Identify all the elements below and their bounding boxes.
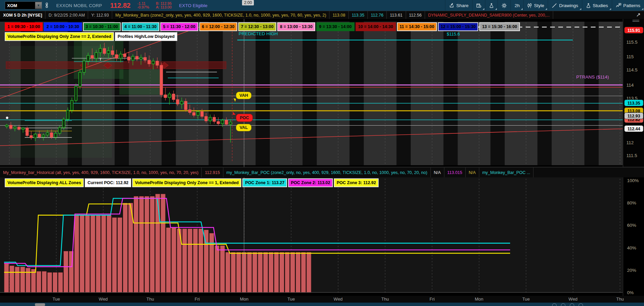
status-segment: My_Monkey_Bars (zone2_only, yes, yes, 40… [112, 11, 329, 19]
svg-text:115: 115 [626, 54, 634, 59]
price-chart-pane[interactable]: T115.5115114.5114113.5112111.5112.82115.… [0, 19, 644, 167]
time-axis[interactable]: TueWedThuFriMonTueWedThuFriMonTueWedThu [0, 296, 644, 303]
bid-ask-block: B: 112.95 A: 113.00 [156, 2, 172, 9]
ask-value: A: 113.00 [156, 5, 172, 9]
status-segment: 113.08 [329, 11, 348, 19]
link-icon[interactable] [45, 2, 49, 8]
time-axis-label: Wed [334, 297, 343, 302]
zone-chip: 1 = 09:30 - 10:00 [5, 22, 43, 31]
chart-menu-icon[interactable]: ———— [632, 19, 639, 22]
poc-chip: VolumeProfile Displaying ALL Zones [5, 178, 84, 187]
time-crosshair-tooltip: 2:00 [242, 0, 254, 5]
status-segment: Y: 112.93 [88, 11, 112, 19]
time-axis-label: Wed [568, 297, 578, 302]
time-axis-label: Tue [53, 297, 60, 302]
settings-button[interactable] [498, 0, 510, 11]
time-axis-label: Tue [522, 297, 530, 302]
svg-text:20%: 20% [627, 268, 636, 273]
zone-legend-row: 1 = 09:30 - 10:002 = 10:00 - 10:303 = 10… [5, 22, 520, 31]
pan-icon[interactable] [570, 303, 574, 306]
reset-view-icon[interactable] [579, 303, 583, 306]
vah-bubble[interactable]: VAH [236, 92, 251, 99]
zone-chip: 3 = 10:30 - 11:00 [83, 22, 121, 31]
symbol-input[interactable] [5, 3, 35, 8]
zoom-in-icon[interactable] [561, 303, 565, 306]
zoom-out-icon[interactable] [552, 303, 557, 306]
time-axis-label: Mon [475, 297, 483, 302]
change-block: -1.11 -0.97% [137, 2, 149, 9]
studies-label: Studies [593, 3, 608, 8]
study-segment: my_Monkey_Bar_POC ... [479, 168, 534, 177]
predicted-high-label: PREDICTED HIGH [239, 31, 278, 36]
exto-eligible-badge: EXTO Eligible [179, 3, 207, 8]
bottom-toolbar-strip [0, 303, 644, 306]
zone-chip: 8 = 13:00 - 13:30 [277, 22, 315, 31]
time-axis-label: Mon [240, 297, 248, 302]
svg-text:80%: 80% [627, 200, 636, 205]
patterns-button[interactable]: Patterns [612, 0, 644, 11]
dropdown-corner [483, 8, 484, 10]
poc-chip: POC Zone 3: 112.92 [334, 178, 379, 187]
time-axis-label: Wed [99, 297, 108, 302]
poc-chip: POC Zone 1: 113.27 [242, 178, 287, 187]
poc-chip: Current POC: 112.92 [85, 178, 131, 187]
quick-study-button[interactable] [485, 0, 498, 11]
patterns-icon [616, 3, 621, 8]
volume-profile-status-row: VolumeProfile Displaying Only Zone == 2,… [5, 32, 177, 41]
symbol-combo[interactable]: ▼ [5, 1, 42, 9]
company-name: EXXON MOBIL CORP [56, 3, 102, 8]
zone-chip: 12 = 15:00 - 15:30 [438, 22, 478, 31]
study-segment: N/A [431, 168, 444, 177]
svg-text:113.35: 113.35 [627, 101, 640, 106]
zone-chip: 2 = 10:00 - 10:30 [44, 22, 82, 31]
svg-text:115.5: 115.5 [626, 40, 638, 45]
candles-icon [527, 3, 532, 8]
timeframe-button[interactable]: 2h [510, 0, 523, 11]
svg-text:112.93: 112.93 [627, 114, 640, 118]
status-segment: D: 9/22/25 2:00 AM [45, 11, 88, 19]
share-label: Share [456, 3, 468, 8]
horizontal-scrollbar-thumb[interactable] [35, 303, 45, 306]
events-button[interactable] [472, 0, 485, 11]
trendline-tool-icon[interactable]: ↗ [636, 12, 641, 18]
volume-profile-chip: VolumeProfile Displaying Only Zone == 2,… [5, 32, 114, 41]
dropdown-corner [642, 8, 643, 10]
share-icon [449, 3, 454, 8]
studies-button[interactable]: Studies [582, 0, 612, 11]
svg-text:112: 112 [626, 140, 634, 145]
dropdown-corner [545, 8, 547, 10]
zone-chip: 9 = 13:30 - 14:00 [316, 22, 354, 31]
timeframe-label: 2h [515, 3, 520, 8]
val-bubble[interactable]: VAL [236, 124, 251, 131]
status-segment: 112.56 [406, 11, 425, 19]
style-button[interactable]: Style [523, 0, 548, 11]
svg-text:114.5: 114.5 [626, 67, 638, 72]
time-axis-label: Thu [381, 297, 389, 302]
dropdown-corner [495, 8, 497, 10]
svg-text:100%: 100% [627, 178, 639, 183]
main-toolbar: ▼ EXXON MOBIL CORP 112.82 -1.11 -0.97% B… [0, 0, 644, 11]
poc-bubble[interactable]: POC [236, 114, 253, 122]
flask-icon [586, 3, 591, 8]
share-button[interactable]: Share [445, 0, 472, 11]
volume-profile-pane[interactable]: 100%80%60%40%20%0% [0, 177, 644, 296]
zone-chip: 13 = 15:30 - 16:00 [479, 22, 520, 31]
status-segment: 113.35 [349, 11, 368, 19]
time-axis-label: Thu [616, 297, 624, 302]
style-label: Style [534, 3, 544, 8]
patterns-label: Patterns [623, 3, 640, 8]
zone-chip: 11 = 14:30 - 15:00 [397, 22, 437, 31]
chart-status-row: XOM 5 D 2h [NYSE]D: 9/22/25 2:00 AMY: 11… [0, 11, 644, 20]
volume-profile-chip: Profiles High/Low Displayed [115, 32, 177, 41]
poc-chip: VolumeProfile Displaying Only Zone == 1,… [132, 178, 241, 187]
time-axis-label: Fri [429, 297, 435, 302]
zone-chip: 7 = 12:30 - 13:00 [238, 22, 276, 31]
dropdown-corner [521, 8, 523, 10]
drawings-button[interactable]: Drawings [548, 0, 582, 11]
symbol-dropdown-button[interactable]: ▼ [35, 2, 42, 9]
pencil-line-icon [552, 3, 557, 8]
change-pct: -0.97% [137, 5, 149, 9]
svg-text:112.44: 112.44 [627, 127, 640, 131]
study-segment: my_Monkey_Bar_POC (zone2_only, no, yes, … [223, 168, 431, 177]
last-price: 112.82 [110, 2, 130, 9]
